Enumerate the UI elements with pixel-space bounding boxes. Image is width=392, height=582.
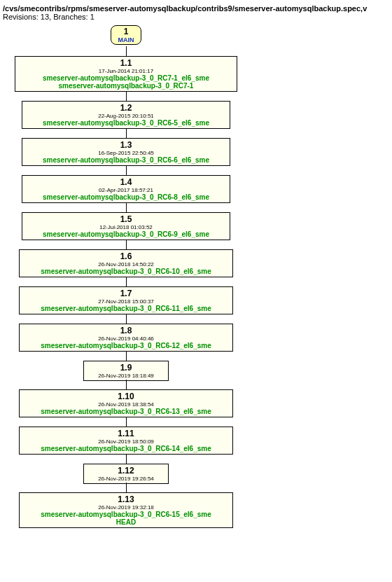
revision-tag: HEAD [24,518,228,526]
graph-edge [126,380,127,389]
graph-edge [126,240,127,249]
revision-node[interactable]: 1.1 17-Jun-2014 21:01:17 smeserver-autom… [15,56,237,92]
graph-edge [126,417,127,427]
graph-edge [126,46,127,56]
revision-number: 1.3 [27,140,225,150]
revision-number: 1.9 [88,363,164,373]
revision-date: 26-Nov-2019 18:38:54 [24,401,228,408]
revision-node[interactable]: 1.12 26-Nov-2019 19:26:54 [83,464,169,484]
revision-node[interactable]: 1.9 26-Nov-2019 18:18:49 [83,361,169,381]
revision-number: 1.10 [24,392,228,401]
revision-date: 22-Aug-2015 20:10:51 [27,113,225,119]
revision-date: 26-Nov-2018 14:50:22 [24,261,228,268]
graph-edge [126,165,127,175]
revision-tag: smeserver-automysqlbackup-3_0_RC6-11_el6… [24,305,228,312]
branch-rev: 1 [117,27,135,36]
revision-tag: smeserver-automysqlbackup-3_0_RC7-1_el6_… [20,74,232,82]
revision-date: 02-Apr-2017 18:57:21 [27,187,225,193]
revision-node[interactable]: 1.7 27-Nov-2018 15:00:37 smeserver-autom… [19,286,233,314]
revision-tag: smeserver-automysqlbackup-3_0_RC6-8_el6_… [27,193,225,201]
revision-number: 1.1 [20,58,232,68]
revision-node[interactable]: 1.10 26-Nov-2019 18:38:54 smeserver-auto… [19,389,233,417]
graph-edge [126,454,127,464]
revision-number: 1.13 [24,494,228,504]
revision-node[interactable]: 1.8 26-Nov-2019 04:40:46 smeserver-autom… [19,324,233,352]
revision-tag: smeserver-automysqlbackup-3_0_RC6-12_el6… [24,342,228,349]
header: /cvs/smecontribs/rpms/smeserver-automysq… [0,0,392,22]
revision-node[interactable]: 1.11 26-Nov-2019 18:50:09 smeserver-auto… [19,427,233,455]
revision-number: 1.8 [24,326,228,335]
revision-date: 17-Jun-2014 21:01:17 [20,68,232,74]
revision-tag: smeserver-automysqlbackup-3_0_RC6-5_el6_… [27,119,225,127]
revision-date: 26-Nov-2019 19:32:18 [24,504,228,511]
revision-date: 26-Nov-2019 04:40:46 [24,335,228,342]
revision-node[interactable]: 1.13 26-Nov-2019 19:32:18 smeserver-auto… [19,492,233,528]
branch-root[interactable]: 1 MAIN [111,25,141,45]
revision-node[interactable]: 1.2 22-Aug-2015 20:10:51 smeserver-autom… [22,101,230,129]
revision-number: 1.6 [24,251,228,261]
graph-edge [126,202,127,212]
revision-date: 26-Nov-2019 18:18:49 [88,373,164,379]
branch-name: MAIN [117,36,135,43]
revision-number: 1.2 [27,103,225,113]
revision-date: 26-Nov-2019 19:26:54 [88,476,164,482]
revision-number: 1.12 [88,466,164,476]
revision-date: 27-Nov-2018 15:00:37 [24,298,228,305]
graph-edge [126,351,127,361]
revision-date: 16-Sep-2015 22:50:45 [27,150,225,156]
revision-graph: 1 MAIN 1.1 17-Jun-2014 21:01:17 smeserve… [0,22,392,579]
revision-tag: smeserver-automysqlbackup-3_0_RC6-9_el6_… [27,230,225,238]
revision-number: 1.11 [24,429,228,438]
revision-tag: smeserver-automysqlbackup-3_0_RC6-13_el6… [24,408,228,415]
revision-tag: smeserver-automysqlbackup-3_0_RC6-10_el6… [24,268,228,275]
graph-edge [126,91,127,101]
revision-number: 1.7 [24,289,228,298]
revision-date: 12-Jul-2018 01:03:52 [27,224,225,230]
revision-tag: smeserver-automysqlbackup-3_0_RC6-14_el6… [24,445,228,452]
graph-edge [126,277,127,286]
graph-edge [126,314,127,324]
file-path: /cvs/smecontribs/rpms/smeserver-automysq… [3,4,367,13]
revision-number: 1.4 [27,177,225,187]
revision-node[interactable]: 1.5 12-Jul-2018 01:03:52 smeserver-autom… [22,212,230,240]
revision-tag: smeserver-automysqlbackup-3_0_RC6-15_el6… [24,511,228,518]
revision-date: 26-Nov-2019 18:50:09 [24,438,228,445]
graph-edge [126,483,127,492]
revision-node[interactable]: 1.3 16-Sep-2015 22:50:45 smeserver-autom… [22,138,230,166]
revision-node[interactable]: 1.4 02-Apr-2017 18:57:21 smeserver-autom… [22,175,230,203]
revision-number: 1.5 [27,214,225,224]
revision-tag: smeserver-automysqlbackup-3_0_RC6-6_el6_… [27,156,225,164]
revisions-count: Revisions: 13, Branches: 1 [3,13,94,21]
revision-node[interactable]: 1.6 26-Nov-2018 14:50:22 smeserver-autom… [19,249,233,277]
graph-edge [126,128,127,138]
revision-tag: smeserver-automysqlbackup-3_0_RC7-1 [20,82,232,90]
